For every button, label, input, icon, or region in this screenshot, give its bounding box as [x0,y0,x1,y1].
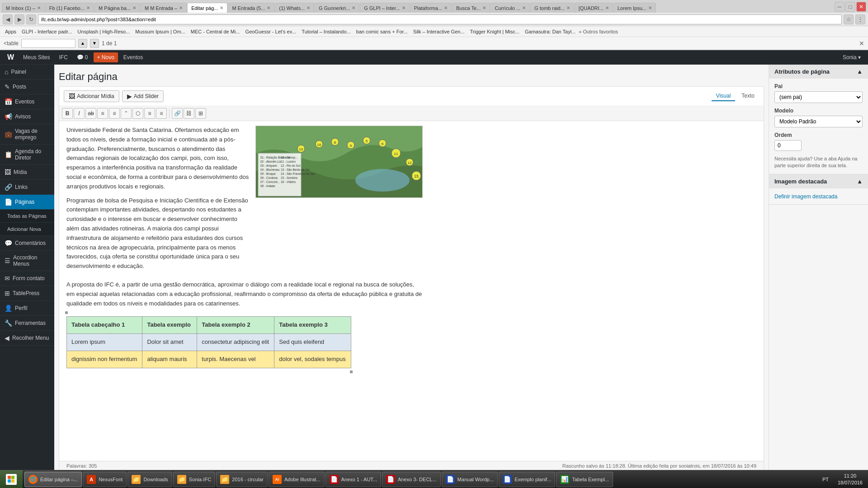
page-attributes-header[interactable]: Atributos de página ▲ [769,65,868,79]
bookmark-unsplash[interactable]: Unsplash | High-Reso... [75,28,132,35]
tab-visual[interactable]: Visual [712,91,735,101]
taskbar-item-sonia[interactable]: 📁 Sonia-IFC [173,472,216,484]
bookmark-silk[interactable]: Silk – Interactive Gen... [411,28,467,35]
table-header-4[interactable]: Tabela exemplo 3 [274,317,351,334]
table-cell-2-3[interactable]: turpis. Maecenas vel [197,351,274,368]
sidebar-item-form[interactable]: ✉ Form contato [0,271,54,286]
taskbar-item-circular[interactable]: 📁 2016 - circular [216,472,268,484]
table-header-2[interactable]: Tabela exemplo [142,317,197,334]
sidebar-item-eventos[interactable]: 📅 Eventos [0,94,54,109]
bookmark-glpi[interactable]: GLPI - Interface padr... [19,28,74,35]
sidebar-item-accordion[interactable]: ☰ Accordion Menus [0,251,54,271]
table-cell-2-4[interactable]: dolor vel, sodales tempus [274,351,351,368]
taskbar-item-exemplo[interactable]: 📄 Exemplo planif... [499,472,555,484]
start-button[interactable] [0,470,23,484]
table-cell-1-4[interactable]: Sed quis eleifend [274,334,351,351]
table-cell-1-3[interactable]: consectetur adipiscing elit [197,334,274,351]
settings-btn[interactable]: ⋮ [855,14,865,24]
tab-glpi[interactable]: G GLPI – Inter...✕ [360,3,409,13]
admin-bar-comments[interactable]: 💬 0 [73,52,92,62]
sidebar-item-painel[interactable]: ⌂ Painel [0,65,54,80]
tab-entrada1[interactable]: M M Entrada –✕ [141,3,187,13]
order-input[interactable] [774,140,802,151]
sidebar-item-agenda[interactable]: 📋 Agenda do Diretor [0,145,54,165]
sidebar-item-ferramentas[interactable]: 🔧 Ferramentas [0,316,54,331]
taskbar-item-anexo3[interactable]: 📄 Anexo 3- DECL... [382,472,441,484]
bookmark-geoguessr[interactable]: GeoGuessr - Let's ex... [243,28,299,35]
table-cell-2-2[interactable]: aliquam mauris [142,351,197,368]
sidebar-item-midia[interactable]: 🖼 Mídia [0,165,54,180]
content-table[interactable]: Tabela cabeçalho 1 Tabela exemplo Tabela… [66,316,351,368]
add-media-button[interactable]: 🖼 Adicionar Mídia [64,90,119,102]
back-btn[interactable]: ◀ [3,14,13,24]
tab-fb[interactable]: Fb (1) Facebo...✕ [45,3,94,13]
admin-bar-eventos[interactable]: Eventos [120,52,146,62]
taskbar-item-illustrator[interactable]: Ai Adobe Illustrat... [269,472,325,484]
table-cell-1-2[interactable]: Dolor sit amet [142,334,197,351]
admin-bar-user[interactable]: Sonia ▾ [839,52,864,62]
taskbar-item-manual[interactable]: 📄 Manual Wordp... [442,472,498,484]
table-resize-handle[interactable] [350,371,353,373]
align-left-btn[interactable]: ⬡ [132,108,143,119]
tab-lorem[interactable]: Lorem Ipsu...✕ [613,3,656,13]
table-header-1[interactable]: Tabela cabeçalho 1 [67,317,142,334]
set-featured-image-link[interactable]: Definir imagem destacada [774,193,837,200]
bookmark-mec[interactable]: MEC - Central de Mi... [189,28,242,35]
taskbar-item-tabela[interactable]: 📊 Tabela Exempl... [556,472,613,484]
wp-logo-item[interactable]: W [4,52,18,63]
parent-select[interactable]: (sem pai) [774,91,863,103]
admin-bar-meus-sites[interactable]: Meus Sites [19,52,53,62]
taskbar-lang[interactable]: PT [819,477,832,482]
close-btn[interactable]: ✕ [856,2,866,12]
add-slider-button[interactable]: ▶ Add Slider [122,90,164,102]
ol-btn[interactable]: ≡ [109,108,120,119]
bookmark-tutorial[interactable]: Tutorial – Instalando... [299,28,353,35]
sidebar-item-tablepress[interactable]: ⊞ TablePress [0,286,54,301]
tab-pagina[interactable]: M Página ba...✕ [94,3,140,13]
maximize-btn[interactable]: □ [845,2,855,12]
taskbar-item-downloads[interactable]: 📁 Downloads [127,472,172,484]
bookmark-star[interactable]: ☆ [844,14,854,24]
bookmark-gamasutra[interactable]: Gamasutra: Dan Tayl... [523,28,578,35]
sidebar-item-vagas[interactable]: 💼 Vagas de emprego [0,124,54,145]
bookmark-trigger[interactable]: Trigger Knight | Misc... [468,28,522,35]
strikethrough-btn[interactable]: ab [85,108,96,119]
tab-quadri[interactable]: [QUADRI...✕ [575,3,613,13]
tab-entrada2[interactable]: M Entrada (5...✕ [228,3,274,13]
table-cell-2-1[interactable]: dignissim non fermentum [67,351,142,368]
table-header-3[interactable]: Tabela exemplo 2 [197,317,274,334]
find-prev-btn[interactable]: ▲ [78,39,87,48]
tab-editar[interactable]: Editar pág...✕ [187,3,227,13]
sidebar-item-posts[interactable]: ✎ Posts [0,80,54,94]
forward-btn[interactable]: ▶ [14,14,24,24]
tab-texto[interactable]: Texto [737,91,759,101]
model-select[interactable]: Modelo Padrão [774,116,863,127]
taskbar-item-nexus[interactable]: A NexusFont [83,472,127,484]
sidebar-item-paginas[interactable]: 📄 Páginas [0,195,54,210]
taskbar-item-anexo1[interactable]: 📄 Anexo 1 - AUT... [326,472,381,484]
sidebar-item-comentarios[interactable]: 💬 Comentários [0,236,54,251]
find-next-btn[interactable]: ▼ [90,39,99,48]
taskbar-item-browser[interactable]: 🌐 Editar página –... [24,472,82,484]
editor-content-area[interactable]: Universidade Federal de Santa Catarina. … [59,121,764,461]
italic-btn[interactable]: I [74,108,85,119]
link-btn[interactable]: 🔗 [172,108,183,119]
sidebar-item-perfil[interactable]: 👤 Perfil [0,301,54,316]
tab-gunner[interactable]: G Gunnerkri...✕ [315,3,359,13]
more-bookmarks-btn[interactable]: » Outros favoritos [579,29,618,34]
admin-bar-novo[interactable]: + Novo [94,52,118,62]
admin-bar-ifc[interactable]: IFC [55,52,71,62]
sidebar-item-avisos[interactable]: 📢 Avisos [0,109,54,124]
align-right-btn[interactable]: ≡ [156,108,167,119]
bookmark-ban[interactable]: ban comic sans + For... [354,28,410,35]
sidebar-item-recolher[interactable]: ◀ Recolher Menu [0,331,54,346]
sidebar-item-adicionar-nova[interactable]: Adicionar Nova [0,223,54,236]
url-input[interactable] [38,14,842,24]
tab-busca[interactable]: Busca Te...✕ [452,3,490,13]
bookmark-apps[interactable]: Apps [3,28,19,35]
find-input[interactable] [21,39,75,48]
tab-whats[interactable]: (1) Whats...✕ [275,3,314,13]
blockquote-btn[interactable]: " [121,108,132,119]
bookmark-mussum[interactable]: Mussum Ipsum | Om... [133,28,187,35]
table-topleft-handle[interactable] [65,311,68,314]
